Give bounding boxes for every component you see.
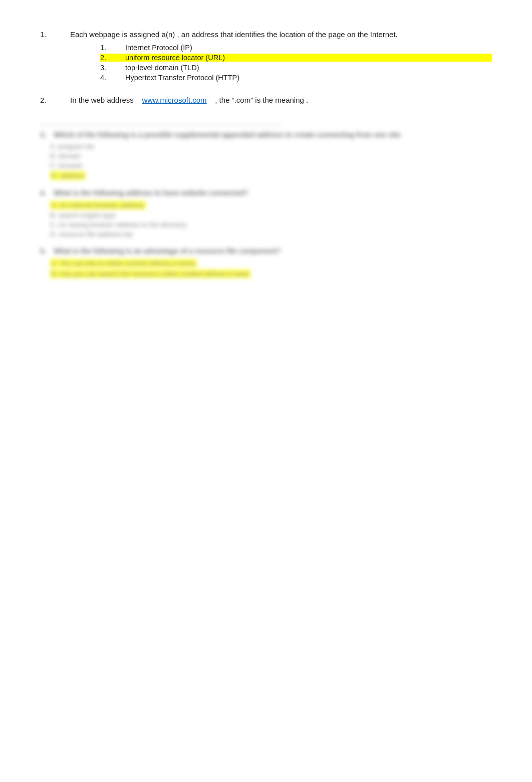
blurred-q5: 5. What is the following is an advantage… bbox=[40, 247, 492, 278]
question-1-text: Each webpage is assigned a(n) , an addre… bbox=[70, 30, 492, 39]
choice-1-4: 4. Hypertext Transfer Protocol (HTTP) bbox=[100, 74, 492, 82]
question-2-block: 2. In the web address www.microsoft.com … bbox=[40, 96, 492, 104]
blurred-choice-4-4: D. resource file address bar bbox=[50, 230, 492, 238]
choice-1-1: 1. Internet Protocol (IP) bbox=[100, 44, 492, 52]
blurred-q4: 4. What is the following address to have… bbox=[40, 189, 492, 238]
question-1-choices: 1. Internet Protocol (IP) 2. uniform res… bbox=[100, 44, 492, 82]
choice-1-2: 2. uniform resource locator (URL) bbox=[100, 54, 492, 62]
blurred-choice-3-1: A. program list bbox=[50, 143, 492, 150]
choice-1-4-num: 4. bbox=[100, 74, 125, 82]
question-1-block: 1. Each webpage is assigned a(n) , an ad… bbox=[40, 30, 492, 82]
choice-1-3: 3. top-level domain (TLD) bbox=[100, 64, 492, 72]
blurred-q3: 3. Which of the following is a possible … bbox=[40, 131, 492, 180]
question-2: 2. In the web address www.microsoft.com … bbox=[40, 96, 492, 104]
blurred-q3-text: 3. Which of the following is a possible … bbox=[40, 131, 492, 139]
blurred-choice-5-1: A. You can link to online content withou… bbox=[50, 259, 492, 268]
question-2-text: In the web address www.microsoft.com , t… bbox=[70, 96, 492, 104]
blurred-choice-5-2: B. Any you can search the resource onlin… bbox=[50, 270, 492, 278]
blurred-section: 3. Which of the following is a possible … bbox=[40, 124, 492, 278]
question-1: 1. Each webpage is assigned a(n) , an ad… bbox=[40, 30, 492, 39]
blurred-q3-choices: A. program list B. domain C. browser D. … bbox=[50, 143, 492, 180]
choice-1-4-text: Hypertext Transfer Protocol (HTTP) bbox=[125, 74, 492, 82]
choice-1-3-num: 3. bbox=[100, 64, 125, 72]
question-1-number: 1. bbox=[40, 30, 70, 39]
question-2-text-before: In the web address bbox=[70, 96, 134, 104]
question-2-link[interactable]: www.microsoft.com bbox=[142, 96, 206, 104]
blurred-q4-choices: A. An internet browser address B. search… bbox=[50, 201, 492, 238]
blurred-q5-text: 5. What is the following is an advantage… bbox=[40, 247, 492, 255]
choice-1-2-text: uniform resource locator (URL) bbox=[125, 54, 492, 62]
blurred-choice-3-4: D. address bbox=[50, 171, 492, 180]
blurred-q4-text: 4. What is the following address to have… bbox=[40, 189, 492, 197]
choice-1-3-text: top-level domain (TLD) bbox=[125, 64, 492, 72]
blurred-q5-choices: A. You can link to online content withou… bbox=[50, 259, 492, 278]
choice-1-1-num: 1. bbox=[100, 44, 125, 52]
blurred-divider bbox=[40, 124, 281, 125]
blurred-choice-4-2: B. search engine type bbox=[50, 211, 492, 219]
blurred-choice-3-3: C. browser bbox=[50, 162, 492, 169]
blurred-choice-4-3: C. An saving browser address to the dire… bbox=[50, 221, 492, 228]
blurred-choice-3-2: B. domain bbox=[50, 152, 492, 160]
question-2-number: 2. bbox=[40, 96, 70, 104]
blurred-choice-4-1: A. An internet browser address bbox=[50, 201, 492, 209]
choice-1-2-num: 2. bbox=[100, 54, 125, 62]
question-2-text-after: , the “.com” is the meaning . bbox=[215, 96, 308, 104]
choice-1-1-text: Internet Protocol (IP) bbox=[125, 44, 492, 52]
